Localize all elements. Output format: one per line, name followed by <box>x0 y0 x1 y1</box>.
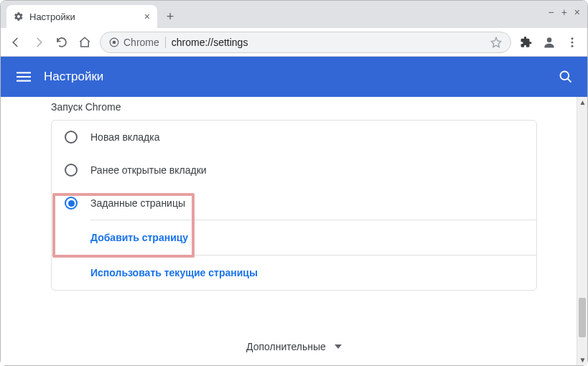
close-icon[interactable]: × <box>144 11 150 22</box>
specific-pages-subblock: Добавить страницу <box>52 220 536 255</box>
use-current-pages-link[interactable]: Использовать текущие страницы <box>52 255 536 290</box>
content-area: Запуск Chrome Новая вкладка Ранее открыт… <box>1 97 587 365</box>
add-page-link[interactable]: Добавить страницу <box>90 220 536 255</box>
svg-rect-8 <box>17 80 31 82</box>
reload-button[interactable] <box>54 34 70 50</box>
svg-rect-6 <box>17 72 31 73</box>
advanced-toggle[interactable]: Дополнительные <box>1 341 587 352</box>
svg-point-3 <box>571 37 574 39</box>
chevron-down-icon <box>335 344 342 349</box>
forward-button[interactable] <box>31 34 47 50</box>
hamburger-icon[interactable] <box>15 68 32 85</box>
radio-icon <box>65 197 78 210</box>
profile-button[interactable] <box>541 34 557 50</box>
window-close-button[interactable]: × <box>574 6 580 18</box>
svg-point-9 <box>561 72 569 80</box>
option-label: Новая вкладка <box>90 131 160 143</box>
tab-settings[interactable]: Настройки × <box>6 5 157 28</box>
search-icon[interactable] <box>559 70 573 84</box>
chrome-security-icon: Chrome <box>109 37 159 48</box>
radio-icon <box>65 164 78 177</box>
settings-header: Настройки <box>1 57 587 97</box>
browser-window: Настройки × + − + × Chrome chr <box>0 0 588 366</box>
new-tab-button[interactable]: + <box>160 6 180 27</box>
window-controls: − + × <box>548 6 580 18</box>
svg-point-2 <box>547 37 552 42</box>
tabstrip: Настройки × + − + × <box>1 1 587 28</box>
toolbar: Chrome chrome://settings <box>1 28 587 57</box>
extensions-button[interactable] <box>518 34 534 50</box>
menu-button[interactable] <box>564 34 580 50</box>
omnibox[interactable]: Chrome chrome://settings <box>100 32 511 53</box>
option-label: Заданные страницы <box>90 197 185 209</box>
option-specific-pages[interactable]: Заданные страницы <box>52 187 536 220</box>
svg-rect-7 <box>17 76 31 78</box>
advanced-label: Дополнительные <box>246 341 326 352</box>
option-new-tab[interactable]: Новая вкладка <box>52 121 536 154</box>
tab-title: Настройки <box>29 11 75 22</box>
option-previous-tabs[interactable]: Ранее открытые вкладки <box>52 154 536 187</box>
bookmark-star-icon[interactable] <box>490 37 502 48</box>
minimize-button[interactable]: − <box>548 6 554 18</box>
svg-point-1 <box>113 40 116 44</box>
section-heading: Запуск Chrome <box>1 101 587 120</box>
svg-point-5 <box>571 44 574 47</box>
option-label: Ранее открытые вкладки <box>90 164 207 176</box>
settings-title: Настройки <box>44 70 103 84</box>
back-button[interactable] <box>8 34 24 50</box>
gear-icon <box>14 11 24 22</box>
scrollbar[interactable]: ▲ ▼ <box>577 97 587 365</box>
scrollbar-thumb[interactable] <box>579 298 586 337</box>
home-button[interactable] <box>77 34 93 50</box>
maximize-button[interactable]: + <box>561 6 567 18</box>
startup-card: Новая вкладка Ранее открытые вкладки Зад… <box>51 120 537 291</box>
omnibox-url: chrome://settings <box>172 37 248 48</box>
scroll-down-icon[interactable]: ▼ <box>577 355 587 365</box>
svg-point-4 <box>571 41 574 43</box>
radio-icon <box>65 131 78 144</box>
omnibox-separator <box>165 37 166 48</box>
scroll-up-icon[interactable]: ▲ <box>577 97 587 108</box>
omnibox-label: Chrome <box>123 37 159 48</box>
